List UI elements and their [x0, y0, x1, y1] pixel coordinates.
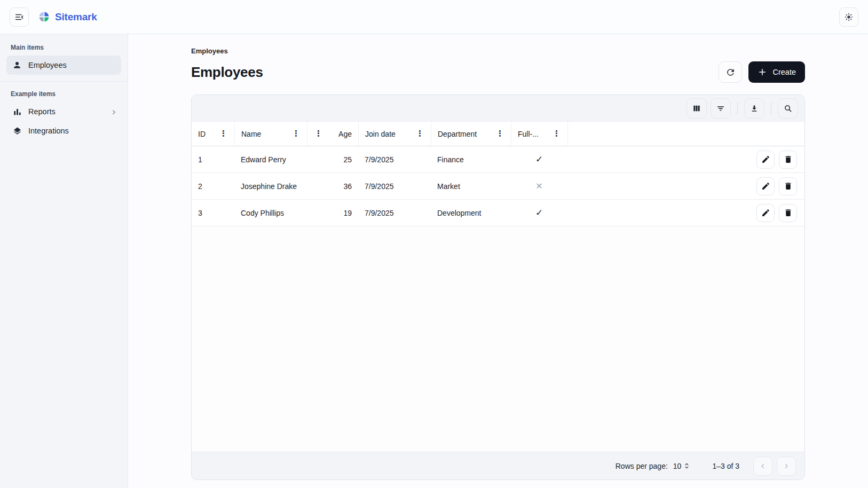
sidebar-item-employees[interactable]: Employees: [6, 56, 121, 75]
download-button[interactable]: [744, 98, 764, 119]
column-header-age[interactable]: ⋮ Age: [307, 122, 358, 146]
filter-button[interactable]: [711, 98, 731, 119]
cell-actions: [724, 177, 804, 195]
grid-header-row: ID ⋮ Name ⋮ ⋮ Age Join date: [192, 122, 804, 146]
table-row[interactable]: 3 Cody Phillips 19 7/9/2025 Development …: [192, 200, 804, 226]
app-root: Sitemark Main items Employees: [0, 0, 868, 488]
sidebar-item-integrations[interactable]: Integrations: [6, 121, 121, 140]
unfold-icon: [683, 462, 691, 470]
cell-department: Market: [431, 182, 511, 191]
cell-join-date: 7/9/2025: [358, 182, 431, 191]
cell-name: Josephine Drake: [234, 182, 307, 191]
theme-toggle-button[interactable]: [839, 7, 858, 27]
sidebar-item-reports[interactable]: Reports ›: [6, 102, 121, 121]
pencil-icon: [761, 155, 770, 164]
main-area: Employees Employees: [128, 34, 868, 488]
download-icon: [749, 104, 759, 113]
cell-join-date: 7/9/2025: [358, 209, 431, 217]
table-row[interactable]: 1 Edward Perry 25 7/9/2025 Finance ✓: [192, 146, 804, 173]
person-icon: [12, 60, 22, 70]
trash-icon: [784, 155, 793, 164]
toolbar-divider: [771, 103, 771, 114]
cell-full-time: ✕: [511, 182, 567, 191]
plus-icon: [757, 67, 767, 77]
filter-icon: [716, 104, 725, 113]
cell-full-time: ✓: [511, 208, 567, 217]
cell-id: 3: [192, 209, 234, 217]
cell-name: Edward Perry: [234, 155, 307, 164]
sitemark-logo-icon: [37, 10, 51, 23]
edit-row-button[interactable]: [756, 151, 775, 169]
column-header-label: Full-...: [518, 130, 539, 138]
brand-name: Sitemark: [55, 11, 97, 23]
cell-id: 2: [192, 182, 234, 191]
column-menu-icon[interactable]: ⋮: [219, 130, 228, 138]
bar-chart-icon: [12, 106, 22, 117]
sidebar-section-title: Example items: [6, 87, 121, 102]
edit-row-button[interactable]: [756, 204, 775, 222]
grid-toolbar: [192, 95, 804, 122]
create-button-label: Create: [772, 68, 796, 76]
cell-department: Finance: [431, 155, 511, 164]
grid-empty-area: [192, 226, 804, 452]
grid-footer: Rows per page: 10 1–3 of 3: [192, 452, 804, 479]
next-page-button[interactable]: [777, 456, 796, 476]
sidebar-item-label: Employees: [28, 61, 67, 69]
chevron-right-icon: ›: [112, 107, 116, 117]
columns-button[interactable]: [686, 98, 707, 119]
column-header-actions: [724, 122, 804, 146]
pencil-icon: [761, 182, 770, 191]
column-header-label: ID: [198, 130, 206, 138]
column-header-label: Age: [338, 130, 352, 138]
sidebar-toggle-button[interactable]: [10, 7, 29, 27]
page-size-value: 10: [673, 462, 682, 470]
menu-collapse-icon: [14, 12, 24, 22]
sidebar-section-title: Main items: [6, 41, 121, 56]
column-menu-icon[interactable]: ⋮: [314, 130, 323, 138]
refresh-icon: [725, 67, 736, 77]
column-header-spacer: [567, 122, 724, 146]
pagination-range: 1–3 of 3: [712, 462, 739, 470]
column-header-label: Name: [241, 130, 261, 138]
columns-icon: [692, 104, 701, 113]
cell-full-time: ✓: [511, 155, 567, 164]
sun-icon: [843, 12, 854, 22]
page-title: Employees: [191, 64, 263, 81]
previous-page-button[interactable]: [753, 456, 772, 476]
brand-logo: Sitemark: [37, 10, 97, 23]
cell-name: Cody Phillips: [234, 209, 307, 217]
toolbar-divider: [737, 103, 738, 114]
cell-id: 1: [192, 155, 234, 164]
column-header-join-date[interactable]: Join date ⋮: [358, 122, 431, 146]
cell-age: 36: [307, 182, 358, 191]
breadcrumb[interactable]: Employees: [191, 47, 805, 55]
column-menu-icon[interactable]: ⋮: [495, 130, 504, 138]
rows-per-page-label: Rows per page:: [616, 462, 668, 470]
cell-age: 19: [307, 209, 358, 217]
column-header-full-time[interactable]: Full-... ⋮: [511, 122, 567, 146]
column-menu-icon[interactable]: ⋮: [415, 130, 424, 138]
cell-actions: [724, 204, 804, 222]
table-row[interactable]: 2 Josephine Drake 36 7/9/2025 Market ✕: [192, 173, 804, 200]
delete-row-button[interactable]: [779, 151, 797, 169]
cross-icon: ✕: [535, 182, 542, 191]
delete-row-button[interactable]: [779, 177, 797, 195]
create-button[interactable]: Create: [748, 61, 805, 83]
cell-join-date: 7/9/2025: [358, 155, 431, 164]
column-menu-icon[interactable]: ⋮: [291, 130, 301, 138]
column-menu-icon[interactable]: ⋮: [552, 130, 561, 138]
column-header-name[interactable]: Name ⋮: [234, 122, 307, 146]
column-header-department[interactable]: Department ⋮: [431, 122, 511, 146]
sidebar-item-label: Reports: [28, 107, 56, 116]
chevron-left-icon: [759, 462, 767, 470]
edit-row-button[interactable]: [756, 177, 775, 195]
data-grid: ID ⋮ Name ⋮ ⋮ Age Join date: [191, 95, 805, 480]
page-size-select[interactable]: 10: [673, 462, 691, 470]
column-header-id[interactable]: ID ⋮: [192, 122, 234, 146]
trash-icon: [784, 182, 793, 191]
delete-row-button[interactable]: [779, 204, 797, 222]
search-button[interactable]: [778, 98, 798, 119]
refresh-button[interactable]: [719, 61, 742, 83]
topbar: Sitemark: [0, 0, 868, 34]
layers-icon: [12, 125, 22, 136]
